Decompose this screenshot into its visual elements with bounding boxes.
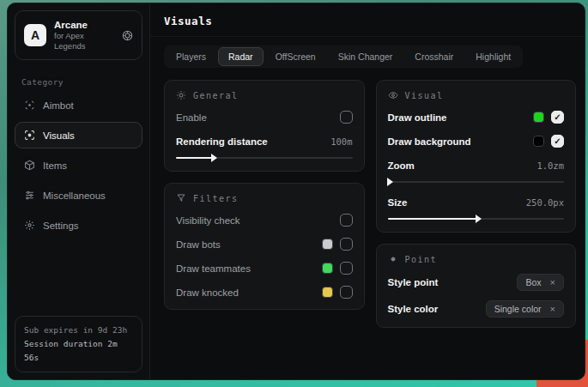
zoom-row: Zoom 1.0zm	[388, 158, 565, 172]
panel-title-text: Visual	[405, 91, 444, 100]
sidebar-item-miscellaneous[interactable]: Miscellaneous	[15, 182, 142, 209]
panel-title-text: General	[193, 91, 239, 100]
draw-teammates-label: Draw teammates	[176, 263, 251, 274]
tab-radar[interactable]: Radar	[218, 47, 264, 66]
dot-icon	[388, 254, 398, 264]
enable-row: Enable	[176, 110, 353, 124]
slider-thumb[interactable]	[476, 215, 482, 223]
draw-bots-color-swatch[interactable]	[322, 239, 333, 250]
point-panel-title: Point	[388, 254, 565, 264]
sidebar-item-settings[interactable]: Settings	[15, 212, 142, 239]
crosshair-icon	[24, 100, 35, 111]
app-subtitle: for Apex Legends	[54, 31, 114, 51]
visual-panel: Visual Draw outline ✓ Draw background	[376, 80, 577, 233]
slider-fill	[176, 157, 213, 159]
style-point-row: Style point Box ×	[388, 274, 565, 291]
draw-teammates-row: Draw teammates	[176, 261, 353, 275]
rendering-distance-label: Rendering distance	[176, 136, 268, 147]
style-color-row: Style color Single color ×	[388, 300, 565, 317]
main-panel: Visuals Players Radar OffScreen Skin Cha…	[150, 3, 585, 379]
draw-outline-row: Draw outline ✓	[388, 110, 565, 124]
sliders-icon	[24, 190, 35, 201]
draw-background-checkbox[interactable]: ✓	[551, 135, 564, 148]
general-panel: General Enable Rendering distance 100m	[164, 80, 365, 172]
sidebar-item-label: Visuals	[43, 130, 75, 141]
panel-title-text: Point	[405, 255, 438, 264]
brand-header: A Arcane for Apex Legends	[15, 10, 142, 60]
draw-outline-checkbox[interactable]: ✓	[551, 111, 564, 124]
style-point-label: Style point	[388, 277, 439, 287]
app-logo: A	[24, 24, 46, 46]
draw-knocked-checkbox[interactable]	[340, 286, 353, 299]
sub-expiry-text: Sub expires in 9d 23h	[24, 324, 133, 337]
close-icon[interactable]: ×	[550, 304, 555, 314]
gear-icon[interactable]	[122, 30, 133, 41]
visibility-check-label: Visibility check	[176, 215, 240, 226]
enable-checkbox[interactable]	[340, 111, 353, 124]
visual-panel-title: Visual	[388, 90, 565, 100]
sidebar-item-label: Settings	[43, 221, 79, 231]
subscription-info: Sub expires in 9d 23h Session duration 2…	[15, 316, 142, 372]
slider-thumb[interactable]	[211, 154, 217, 162]
style-point-chip[interactable]: Box ×	[517, 274, 564, 291]
draw-teammates-checkbox[interactable]	[340, 262, 353, 275]
tabbar: Players Radar OffScreen Skin Changer Cro…	[164, 45, 523, 68]
enable-label: Enable	[176, 112, 207, 123]
draw-knocked-label: Draw knocked	[176, 287, 239, 298]
brand-text: Arcane for Apex Legends	[54, 19, 114, 51]
sidebar: A Arcane for Apex Legends Category Aimbo…	[8, 3, 150, 379]
visibility-check-checkbox[interactable]	[340, 214, 353, 227]
sidebar-item-items[interactable]: Items	[15, 152, 142, 178]
tab-highlight[interactable]: Highlight	[465, 47, 521, 66]
check-icon: ✓	[554, 113, 561, 122]
zoom-slider[interactable]	[388, 178, 565, 185]
draw-teammates-color-swatch[interactable]	[322, 263, 333, 274]
draw-bots-checkbox[interactable]	[340, 238, 353, 251]
size-row: Size 250.0px	[388, 195, 565, 209]
zoom-label: Zoom	[388, 160, 415, 171]
app-title: Arcane	[54, 19, 114, 31]
sidebar-item-aimbot[interactable]: Aimbot	[15, 92, 142, 118]
tab-players[interactable]: Players	[166, 47, 216, 66]
scan-eye-icon	[24, 130, 35, 141]
draw-background-label: Draw background	[388, 136, 471, 147]
tab-offscreen[interactable]: OffScreen	[265, 47, 326, 66]
category-label: Category	[21, 77, 136, 87]
app-window: A Arcane for Apex Legends Category Aimbo…	[7, 3, 585, 380]
draw-background-row: Draw background ✓	[388, 134, 565, 148]
main-header: Visuals	[150, 3, 585, 37]
panel-title-text: Filters	[193, 194, 239, 203]
size-slider[interactable]	[388, 215, 565, 222]
draw-bots-label: Draw bots	[176, 239, 221, 250]
size-label: Size	[388, 197, 408, 208]
tabbar-wrap: Players Radar OffScreen Skin Changer Cro…	[150, 37, 585, 68]
check-icon: ✓	[554, 137, 561, 146]
sidebar-item-visuals[interactable]: Visuals	[15, 122, 142, 148]
gear-icon	[24, 220, 35, 231]
draw-outline-color-swatch[interactable]	[533, 112, 544, 123]
chip-value: Box	[525, 277, 541, 287]
draw-knocked-color-swatch[interactable]	[322, 287, 333, 298]
rendering-distance-row: Rendering distance 100m	[176, 134, 353, 148]
draw-bots-row: Draw bots	[176, 237, 353, 251]
sidebar-item-label: Miscellaneous	[43, 190, 106, 201]
filters-panel: Filters Visibility check Draw bots	[164, 183, 365, 310]
style-color-label: Style color	[388, 304, 439, 314]
general-panel-title: General	[176, 90, 353, 100]
slider-fill	[388, 218, 478, 220]
slider-thumb[interactable]	[387, 178, 393, 186]
rendering-distance-value: 100m	[330, 136, 352, 147]
close-icon[interactable]: ×	[550, 277, 555, 287]
sidebar-nav: Aimbot Visuals Items Miscellaneous	[8, 92, 149, 239]
tab-skin-changer[interactable]: Skin Changer	[328, 47, 403, 66]
style-color-chip[interactable]: Single color ×	[486, 300, 564, 317]
draw-background-color-swatch[interactable]	[533, 136, 544, 147]
tab-crosshair[interactable]: Crosshair	[404, 47, 464, 66]
rendering-distance-slider[interactable]	[176, 154, 353, 161]
visibility-check-row: Visibility check	[176, 213, 353, 227]
content-grid: General Enable Rendering distance 100m	[150, 68, 585, 340]
chip-value: Single color	[494, 304, 542, 314]
size-value: 250.0px	[526, 197, 564, 208]
page-title: Visuals	[164, 15, 571, 27]
package-icon	[24, 160, 35, 171]
